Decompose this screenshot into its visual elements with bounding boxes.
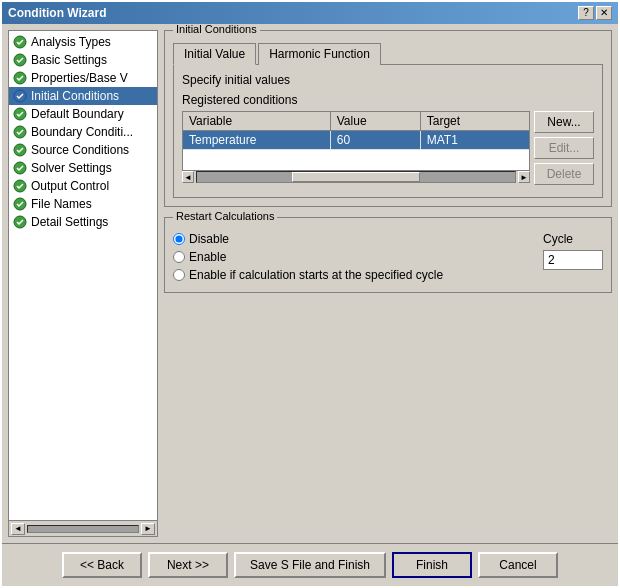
- back-button[interactable]: << Back: [62, 552, 142, 578]
- sidebar-scrollbar[interactable]: ◄ ►: [9, 520, 157, 536]
- sidebar-item-label: Initial Conditions: [31, 89, 119, 103]
- tab-content: Specify initial values Registered condit…: [173, 64, 603, 198]
- check-icon: [13, 161, 27, 175]
- table-container: Variable Value Target Temperature 60 MAT…: [182, 111, 530, 185]
- table-scroll-right[interactable]: ►: [518, 171, 530, 183]
- check-icon: [13, 143, 27, 157]
- cell-target: MAT1: [421, 131, 529, 149]
- sidebar-item-label: Detail Settings: [31, 215, 108, 229]
- header-target: Target: [421, 112, 529, 130]
- registered-label: Registered conditions: [182, 93, 594, 107]
- check-icon: [13, 107, 27, 121]
- main-panel: Initial Conditions Initial Value Harmoni…: [164, 30, 612, 537]
- next-button[interactable]: Next >>: [148, 552, 228, 578]
- save-button[interactable]: Save S File and Finish: [234, 552, 386, 578]
- side-buttons: New... Edit... Delete: [534, 111, 594, 185]
- radio-enable-if-input[interactable]: [173, 269, 185, 281]
- table-header: Variable Value Target: [183, 112, 529, 131]
- scroll-right-button[interactable]: ►: [141, 523, 155, 535]
- sidebar-item-label: Properties/Base V: [31, 71, 128, 85]
- sidebar-item-output-control[interactable]: Output Control: [9, 177, 157, 195]
- specify-text: Specify initial values: [182, 73, 594, 87]
- cycle-label: Cycle: [543, 232, 573, 246]
- sidebar-list: Analysis Types Basic Settings Properties…: [9, 31, 157, 520]
- radio-enable[interactable]: Enable: [173, 250, 443, 264]
- table-area: Variable Value Target Temperature 60 MAT…: [182, 111, 594, 185]
- condition-wizard-window: Condition Wizard ? ✕ Analysis Types Basi…: [0, 0, 620, 588]
- cycle-area: Cycle: [543, 232, 603, 282]
- table-scroll-track[interactable]: [196, 171, 516, 183]
- scroll-left-button[interactable]: ◄: [11, 523, 25, 535]
- edit-button[interactable]: Edit...: [534, 137, 594, 159]
- help-button[interactable]: ?: [578, 6, 594, 20]
- close-button[interactable]: ✕: [596, 6, 612, 20]
- table-row[interactable]: Temperature 60 MAT1: [183, 131, 529, 150]
- sidebar-item-analysis-types[interactable]: Analysis Types: [9, 33, 157, 51]
- tab-bar: Initial Value Harmonic Function: [173, 43, 603, 65]
- restart-options: Disable Enable Enable if calculation sta…: [173, 232, 443, 282]
- window-content: Analysis Types Basic Settings Properties…: [2, 24, 618, 543]
- group-box-title: Initial Conditions: [173, 24, 260, 35]
- sidebar-item-properties-base[interactable]: Properties/Base V: [9, 69, 157, 87]
- sidebar: Analysis Types Basic Settings Properties…: [8, 30, 158, 537]
- check-icon: [13, 71, 27, 85]
- restart-calculations-group: Restart Calculations Disable Enable: [164, 217, 612, 293]
- cell-variable: Temperature: [183, 131, 331, 149]
- title-bar: Condition Wizard ? ✕: [2, 2, 618, 24]
- restart-group-title: Restart Calculations: [173, 210, 277, 222]
- radio-enable-input[interactable]: [173, 251, 185, 263]
- radio-enable-if[interactable]: Enable if calculation starts at the spec…: [173, 268, 443, 282]
- finish-button[interactable]: Finish: [392, 552, 472, 578]
- sidebar-item-boundary-conditions[interactable]: Boundary Conditi...: [9, 123, 157, 141]
- sidebar-item-solver-settings[interactable]: Solver Settings: [9, 159, 157, 177]
- cycle-input[interactable]: [543, 250, 603, 270]
- sidebar-item-label: Analysis Types: [31, 35, 111, 49]
- header-variable: Variable: [183, 112, 331, 130]
- scroll-track[interactable]: [27, 525, 139, 533]
- radio-disable[interactable]: Disable: [173, 232, 443, 246]
- sidebar-item-basic-settings[interactable]: Basic Settings: [9, 51, 157, 69]
- radio-enable-label: Enable: [189, 250, 226, 264]
- initial-conditions-group: Initial Conditions Initial Value Harmoni…: [164, 30, 612, 207]
- check-icon: [13, 215, 27, 229]
- table-scroll-left[interactable]: ◄: [182, 171, 194, 183]
- check-icon: [13, 35, 27, 49]
- cell-value: 60: [331, 131, 421, 149]
- sidebar-item-initial-conditions[interactable]: Initial Conditions: [9, 87, 157, 105]
- tab-harmonic-function[interactable]: Harmonic Function: [258, 43, 381, 65]
- sidebar-item-label: Default Boundary: [31, 107, 124, 121]
- check-icon: [13, 197, 27, 211]
- radio-disable-label: Disable: [189, 232, 229, 246]
- cancel-button[interactable]: Cancel: [478, 552, 558, 578]
- check-icon: [13, 179, 27, 193]
- new-button[interactable]: New...: [534, 111, 594, 133]
- sidebar-item-source-conditions[interactable]: Source Conditions: [9, 141, 157, 159]
- check-icon: [13, 125, 27, 139]
- tab-initial-value[interactable]: Initial Value: [173, 43, 256, 65]
- radio-disable-input[interactable]: [173, 233, 185, 245]
- restart-content: Disable Enable Enable if calculation sta…: [173, 232, 603, 282]
- window-title: Condition Wizard: [8, 6, 107, 20]
- check-icon: [13, 53, 27, 67]
- sidebar-item-detail-settings[interactable]: Detail Settings: [9, 213, 157, 231]
- sidebar-item-default-boundary[interactable]: Default Boundary: [9, 105, 157, 123]
- radio-enable-if-label: Enable if calculation starts at the spec…: [189, 268, 443, 282]
- sidebar-item-label: Solver Settings: [31, 161, 112, 175]
- bottom-bar: << Back Next >> Save S File and Finish F…: [2, 543, 618, 586]
- header-value: Value: [331, 112, 421, 130]
- sidebar-item-file-names[interactable]: File Names: [9, 195, 157, 213]
- table-scrollbar[interactable]: ◄ ►: [182, 171, 530, 183]
- sidebar-item-label: Boundary Conditi...: [31, 125, 133, 139]
- sidebar-item-label: File Names: [31, 197, 92, 211]
- data-table: Variable Value Target Temperature 60 MAT…: [182, 111, 530, 171]
- sidebar-item-label: Basic Settings: [31, 53, 107, 67]
- table-scroll-thumb[interactable]: [292, 172, 419, 182]
- title-bar-buttons: ? ✕: [578, 6, 612, 20]
- sidebar-item-label: Source Conditions: [31, 143, 129, 157]
- check-icon: [13, 89, 27, 103]
- sidebar-item-label: Output Control: [31, 179, 109, 193]
- delete-button[interactable]: Delete: [534, 163, 594, 185]
